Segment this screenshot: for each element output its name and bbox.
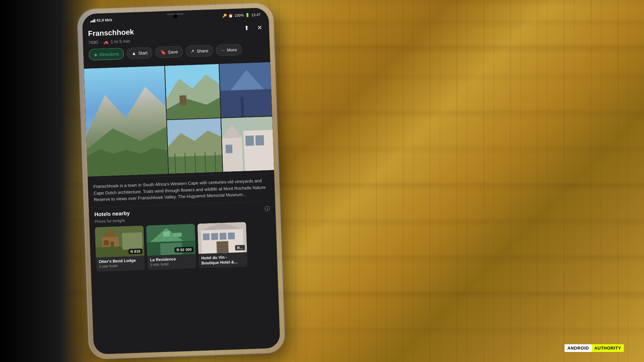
share-button[interactable]: ↗ Share [185, 45, 214, 57]
share-icon: ↗ [191, 48, 195, 54]
description-text: Franschhoek is a town in South Africa's … [93, 177, 270, 203]
start-label: Start [138, 50, 148, 56]
svg-rect-45 [219, 233, 226, 240]
hotel-image-3: R... [197, 222, 247, 254]
hotel-image-2: R 52 300 [146, 224, 196, 255]
hotel-name-3: Hotel du Vin - Boutique Hotel &... [201, 254, 245, 266]
hotel-cards: R 819 Otter's Bend Lodge 2-star hotel [95, 221, 272, 273]
close-button[interactable]: ✕ [256, 22, 264, 33]
scene-svg [165, 64, 220, 119]
photo-blue-bg [219, 62, 274, 118]
photo-buildings-bg [221, 116, 274, 172]
lock-icon: 🔑 [222, 13, 227, 18]
car-icon: 🚗 [103, 39, 109, 45]
svg-rect-24 [225, 145, 232, 154]
battery-percent: 100% [234, 13, 244, 17]
start-button[interactable]: ▲ Start [126, 47, 153, 59]
mountain-svg [84, 66, 168, 177]
share-header-button[interactable]: ⬆ [243, 23, 251, 34]
buildings-svg [221, 116, 274, 172]
svg-rect-44 [211, 233, 218, 240]
vineyard-svg [167, 118, 222, 174]
more-label: More [227, 47, 237, 52]
svg-rect-34 [122, 232, 143, 250]
photo-scene-bg [165, 64, 220, 119]
svg-rect-8 [179, 95, 186, 106]
photo-bottom-right[interactable] [221, 116, 274, 172]
svg-rect-47 [216, 241, 228, 253]
start-icon: ▲ [131, 50, 136, 56]
save-label: Save [168, 49, 178, 55]
svg-rect-40 [173, 233, 181, 237]
hotel-info-2: La Residence 5-star hotel [147, 254, 196, 269]
save-button[interactable]: 🔖 Save [155, 46, 183, 58]
alarm-icon: ⏰ [228, 13, 233, 18]
status-right: 🔑 ⏰ 100% 🔋 13:47 [222, 12, 261, 18]
hotel-card-3[interactable]: R... Hotel du Vin - Boutique Hotel &... [197, 222, 248, 268]
share-label: Share [197, 48, 208, 53]
phone-screen: 61,9 kb/s 🔑 ⏰ 100% 🔋 13:47 F [82, 8, 280, 355]
signal-strength: 61,9 kb/s [97, 18, 112, 22]
svg-marker-4 [87, 147, 168, 177]
hotel-price-3: R... [235, 245, 245, 250]
hotel-info-3: Hotel du Vin - Boutique Hotel &... [199, 252, 248, 268]
watermark-authority: AUTHORITY [592, 344, 624, 352]
status-left: 61,9 kb/s [90, 18, 112, 22]
svg-rect-39 [163, 231, 170, 237]
svg-rect-10 [220, 89, 274, 118]
watermark-android: ANDROID [565, 344, 591, 352]
photo-top-middle[interactable] [165, 64, 220, 119]
directions-label: Directions [99, 51, 119, 57]
time: 13:47 [251, 12, 261, 17]
watermark: ANDROID AUTHORITY [565, 344, 624, 352]
hotel-price-1: R 819 [128, 248, 143, 254]
action-buttons: ◈ Directions ▲ Start 🔖 Save ↗ [89, 43, 265, 62]
drive-time: 1 hr 5 min [111, 39, 130, 44]
directions-icon: ◈ [94, 52, 98, 57]
svg-rect-46 [228, 232, 235, 239]
photo-bottom-middle[interactable] [167, 118, 222, 174]
svg-rect-25 [245, 135, 254, 146]
svg-rect-43 [203, 233, 210, 240]
maps-panel: Franschhoek ⬆ ✕ 7690 · 🚗 1 hr 5 min [83, 20, 280, 355]
battery-icon: 🔋 [245, 13, 250, 17]
photo-top-right[interactable] [219, 62, 274, 118]
phone-case: 61,9 kb/s 🔑 ⏰ 100% 🔋 13:47 F [78, 3, 284, 359]
hotels-section: Hotels nearby ⓘ Prices for tonight [89, 201, 278, 276]
svg-rect-32 [110, 242, 114, 247]
place-title: Franschhoek [88, 28, 134, 38]
photo-main[interactable] [84, 66, 168, 177]
separator-icon: · [100, 40, 101, 45]
svg-rect-26 [255, 135, 264, 145]
info-icon[interactable]: ⓘ [265, 205, 270, 213]
hotels-title: Hotels nearby [94, 210, 130, 218]
bookmark-icon: 🔖 [160, 49, 166, 55]
hotel-price-2: R 52 300 [174, 246, 194, 252]
photo-vineyard-bg [167, 118, 222, 174]
photo-mountains-bg [84, 66, 168, 177]
more-button[interactable]: ··· More [216, 44, 242, 56]
svg-rect-22 [222, 138, 243, 172]
signal-icon [90, 18, 95, 23]
hotel-info-1: Otter's Bend Lodge 2-star hotel [96, 255, 145, 270]
header-icons: ⬆ ✕ [243, 22, 264, 33]
more-icon: ··· [221, 47, 225, 53]
svg-rect-31 [104, 240, 109, 245]
phone: 61,9 kb/s 🔑 ⏰ 100% 🔋 13:47 F [78, 3, 284, 359]
hotel-card-2[interactable]: R 52 300 La Residence 5-star hotel [146, 224, 197, 270]
photo-grid [84, 62, 274, 177]
hotel-image-1: R 819 [95, 226, 145, 257]
directions-button[interactable]: ◈ Directions [89, 48, 124, 61]
distance-value: 7690 [88, 40, 98, 45]
hotel-card-1[interactable]: R 819 Otter's Bend Lodge 2-star hotel [95, 226, 145, 272]
maps-header: Franschhoek ⬆ ✕ 7690 · 🚗 1 hr 5 min [83, 20, 270, 66]
blue-svg [219, 62, 274, 118]
